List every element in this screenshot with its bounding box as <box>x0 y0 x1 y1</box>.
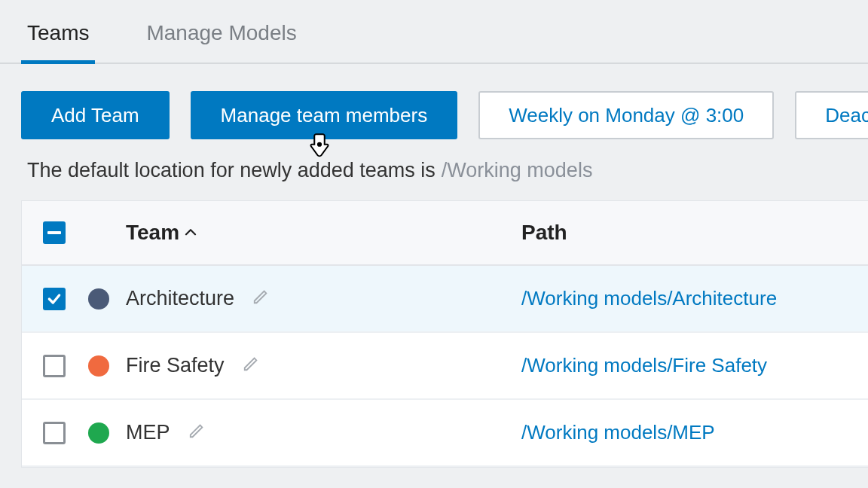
table-row[interactable]: MEP /Working models/MEP <box>22 400 868 467</box>
helper-prefix: The default location for newly added tea… <box>27 159 436 182</box>
team-color-dot <box>88 288 109 310</box>
row-checkbox[interactable] <box>43 288 66 310</box>
manage-team-members-button[interactable]: Manage team members <box>191 91 458 139</box>
tab-teams[interactable]: Teams <box>21 0 95 64</box>
row-checkbox[interactable] <box>43 355 66 377</box>
deactivate-button[interactable]: Deactivate <box>795 91 868 139</box>
tabs: Teams Manage Models <box>0 0 868 64</box>
edit-icon[interactable] <box>252 287 269 310</box>
edit-icon[interactable] <box>243 354 259 377</box>
toolbar: Add Team Manage team members Weekly on M… <box>0 64 868 159</box>
team-path[interactable]: /Working models/Architecture <box>521 287 847 310</box>
sort-ascending-icon <box>184 221 197 245</box>
team-name: Fire Safety <box>126 354 225 377</box>
table-row[interactable]: Fire Safety /Working models/Fire Safety <box>22 333 868 400</box>
tab-manage-models[interactable]: Manage Models <box>140 0 302 64</box>
column-header-path[interactable]: Path <box>521 221 847 245</box>
table-header: Team Path <box>22 201 868 266</box>
helper-path: /Working models <box>442 159 593 182</box>
schedule-button[interactable]: Weekly on Monday @ 3:00 <box>478 91 774 139</box>
teams-table: Team Path Architecture <box>21 200 868 468</box>
column-header-team[interactable]: Team <box>88 221 521 245</box>
table-body: Architecture /Working models/Architectur… <box>22 266 868 467</box>
column-header-team-label: Team <box>126 221 179 245</box>
table-row[interactable]: Architecture /Working models/Architectur… <box>22 266 868 333</box>
team-name: Architecture <box>126 287 234 310</box>
add-team-button[interactable]: Add Team <box>21 91 170 139</box>
team-path[interactable]: /Working models/MEP <box>521 421 847 444</box>
row-checkbox[interactable] <box>43 422 66 444</box>
edit-icon[interactable] <box>188 421 205 444</box>
helper-text: The default location for newly added tea… <box>0 159 868 200</box>
team-path[interactable]: /Working models/Fire Safety <box>521 354 847 377</box>
team-name: MEP <box>126 421 170 444</box>
select-all-checkbox[interactable] <box>43 221 66 244</box>
team-color-dot <box>88 355 109 377</box>
team-color-dot <box>88 422 109 444</box>
